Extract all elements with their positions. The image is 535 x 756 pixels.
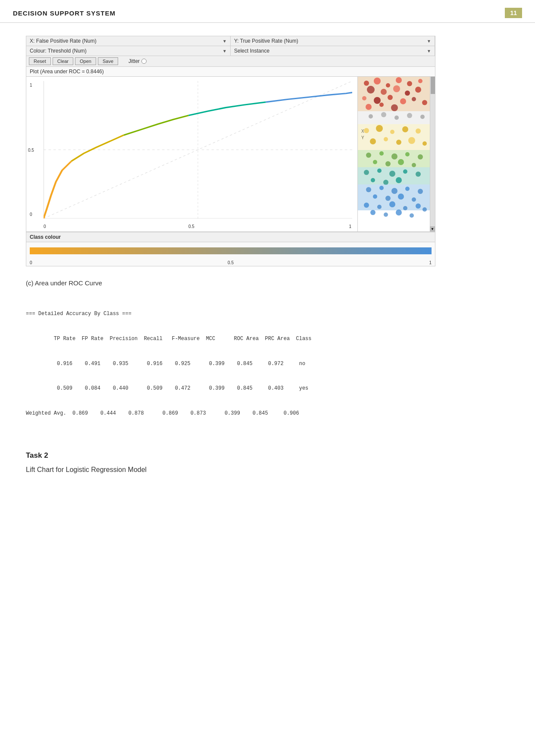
svg-point-22 — [422, 100, 427, 105]
svg-point-67 — [391, 188, 397, 194]
jitter-radio[interactable] — [141, 59, 147, 64]
task2-section: Task 2 Lift Chart for Logistic Regressio… — [26, 451, 509, 474]
page-header: DECISION SUPPORT SYSTEM 11 — [0, 0, 535, 23]
colour-bar-min: 0 — [30, 260, 32, 265]
svg-point-8 — [386, 83, 390, 87]
y-axis-selector[interactable]: Y: True Positive Rate (Num) ▼ — [231, 36, 435, 46]
axis-row: X: False Positive Rate (Num) ▼ Y: True P… — [26, 36, 435, 46]
x-axis-label: X: False Positive Rate (Num) — [30, 38, 97, 44]
svg-point-13 — [381, 89, 387, 95]
accuracy-row2: 0.509 0.084 0.440 0.509 0.472 0.399 0.84… — [26, 384, 509, 393]
y-axis-dropdown-arrow[interactable]: ▼ — [427, 39, 431, 44]
svg-point-63 — [396, 177, 402, 183]
svg-point-12 — [367, 86, 375, 94]
svg-point-24 — [379, 103, 384, 107]
svg-point-51 — [373, 160, 377, 164]
accuracy-row3: Weighted Avg. 0.869 0.444 0.878 0.869 0.… — [26, 409, 509, 418]
svg-point-71 — [385, 196, 391, 201]
svg-point-40 — [370, 138, 376, 144]
svg-point-47 — [379, 151, 384, 156]
svg-point-48 — [391, 153, 397, 159]
y-label-05: 0.5 — [28, 148, 34, 153]
colour-bar-mid: 0.5 — [228, 260, 234, 265]
svg-point-69 — [418, 189, 423, 194]
main-content: X: False Positive Rate (Num) ▼ Y: True P… — [0, 23, 535, 495]
svg-point-46 — [366, 153, 371, 158]
roc-curve-svg — [44, 81, 352, 219]
accuracy-columns: TP Rate FP Rate Precision Recall F-Measu… — [26, 335, 509, 343]
reset-button[interactable]: Reset — [29, 57, 51, 65]
svg-point-16 — [415, 87, 421, 93]
svg-point-56 — [364, 170, 369, 175]
svg-point-75 — [377, 205, 382, 209]
plot-main: 1 0.5 0 — [26, 77, 357, 231]
svg-point-11 — [418, 79, 422, 83]
svg-point-53 — [398, 159, 404, 165]
colour-label: Colour: Threshold (Num) — [30, 48, 87, 54]
svg-point-52 — [385, 161, 391, 166]
svg-point-21 — [412, 97, 416, 101]
scrollbar-thumb[interactable] — [431, 77, 435, 94]
plot-title: Plot (Area under ROC = 0.8446) — [26, 67, 435, 77]
page-title: DECISION SUPPORT SYSTEM — [13, 9, 116, 17]
svg-point-43 — [408, 137, 415, 144]
legend-scatter-svg: X Y — [358, 77, 430, 231]
buttons-row: Reset Clear Open Save Jitter — [26, 56, 435, 67]
svg-point-39 — [416, 128, 421, 134]
accuracy-section: === Detailed Accuracy By Class === TP Ra… — [26, 294, 509, 434]
svg-point-15 — [405, 91, 410, 96]
svg-point-72 — [398, 194, 404, 200]
clear-button[interactable]: Clear — [53, 57, 73, 65]
svg-point-65 — [366, 187, 371, 192]
svg-rect-34 — [358, 124, 430, 150]
svg-point-10 — [407, 81, 412, 86]
accuracy-row1: 0.916 0.491 0.935 0.916 0.925 0.399 0.84… — [26, 360, 509, 368]
svg-point-73 — [412, 197, 416, 202]
section-caption: (c) Area under ROC Curve — [26, 279, 509, 287]
colour-selector[interactable]: Colour: Threshold (Num) ▼ — [26, 46, 231, 56]
svg-point-18 — [374, 97, 381, 104]
task2-subtitle: Lift Chart for Logistic Regression Model — [26, 466, 509, 474]
svg-point-23 — [366, 104, 372, 110]
svg-rect-26 — [358, 111, 430, 124]
svg-point-81 — [384, 212, 388, 217]
svg-point-41 — [384, 137, 388, 141]
scrollbar-right[interactable]: ▼ — [430, 77, 435, 231]
svg-point-31 — [420, 115, 425, 119]
select-instance-label: Select Instance — [234, 48, 269, 54]
svg-point-61 — [371, 178, 375, 182]
svg-point-78 — [416, 203, 421, 209]
svg-point-35 — [364, 128, 369, 133]
svg-point-37 — [390, 130, 394, 134]
y-axis-label: Y: True Positive Rate (Num) — [234, 38, 298, 44]
svg-point-27 — [369, 114, 373, 119]
save-button[interactable]: Save — [98, 57, 118, 65]
y-label-1: 1 — [30, 83, 32, 87]
class-colour-bar — [26, 242, 435, 259]
svg-point-38 — [402, 126, 408, 132]
colour-dropdown-arrow[interactable]: ▼ — [222, 49, 227, 53]
open-button[interactable]: Open — [75, 57, 96, 65]
svg-point-36 — [376, 125, 383, 132]
select-instance-dropdown-arrow[interactable]: ▼ — [427, 49, 431, 53]
plot-sidebar: X Y — [357, 77, 435, 231]
svg-point-80 — [370, 210, 375, 215]
colour-gradient-bar — [30, 247, 432, 254]
svg-point-30 — [407, 113, 412, 118]
svg-point-19 — [388, 95, 393, 100]
x-axis-dropdown-arrow[interactable]: ▼ — [222, 39, 227, 44]
svg-point-70 — [373, 194, 377, 199]
colour-row: Colour: Threshold (Num) ▼ Select Instanc… — [26, 46, 435, 56]
svg-point-58 — [389, 171, 395, 177]
task2-heading: Task 2 — [26, 451, 509, 460]
scrollbar-bottom[interactable]: ▼ — [430, 226, 435, 231]
svg-point-83 — [410, 213, 414, 218]
svg-point-79 — [422, 207, 427, 212]
x-axis-selector[interactable]: X: False Positive Rate (Num) ▼ — [26, 36, 231, 46]
plot-area: 1 0.5 0 — [26, 77, 435, 232]
x-label-05: 0.5 — [188, 224, 194, 229]
select-instance-selector[interactable]: Select Instance ▼ — [231, 46, 435, 56]
svg-point-62 — [383, 180, 388, 185]
svg-point-76 — [389, 201, 395, 207]
x-label-0: 0 — [44, 224, 46, 229]
